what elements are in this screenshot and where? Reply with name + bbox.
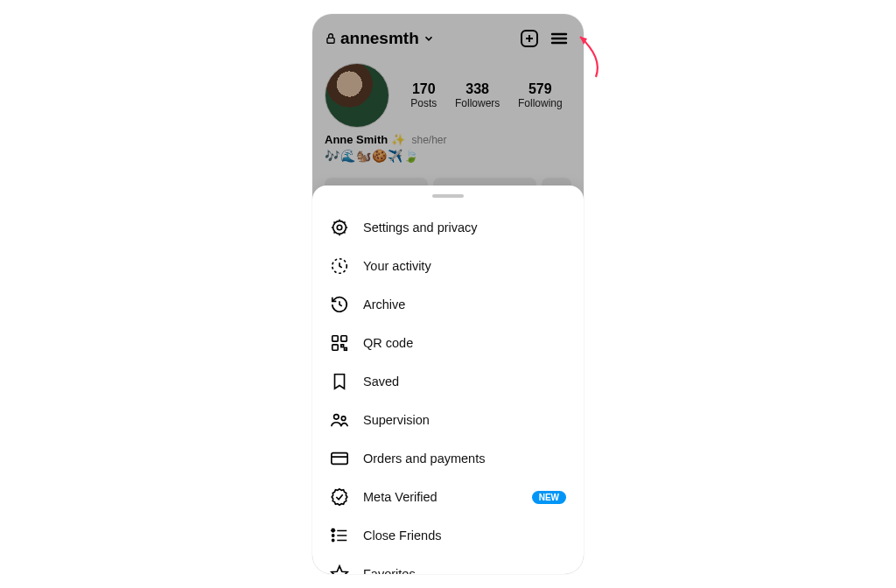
settings-menu-sheet: Settings and privacy Your activity Archi… <box>312 186 584 574</box>
archive-icon <box>330 295 349 314</box>
menu-label: Close Friends <box>363 528 566 542</box>
menu-qr-code[interactable]: QR code <box>312 324 584 362</box>
svg-rect-20 <box>332 453 347 465</box>
svg-rect-13 <box>332 336 338 341</box>
bookmark-icon <box>330 372 349 391</box>
menu-label: Your activity <box>363 259 566 273</box>
menu-supervision[interactable]: Supervision <box>312 401 584 439</box>
menu-label: QR code <box>363 336 566 350</box>
svg-point-11 <box>337 225 342 230</box>
menu-label: Favorites <box>363 567 566 574</box>
menu-settings-privacy[interactable]: Settings and privacy <box>312 208 584 247</box>
close-friends-list-icon <box>330 526 349 545</box>
menu-label: Settings and privacy <box>363 220 566 234</box>
new-badge: NEW <box>532 491 566 504</box>
menu-meta-verified[interactable]: Meta Verified NEW <box>312 478 584 516</box>
svg-rect-15 <box>332 345 338 350</box>
menu-close-friends[interactable]: Close Friends <box>312 516 584 555</box>
svg-rect-16 <box>341 345 344 347</box>
svg-point-19 <box>341 416 346 421</box>
svg-point-26 <box>332 535 334 536</box>
svg-marker-28 <box>332 566 347 574</box>
menu-label: Supervision <box>363 413 566 427</box>
menu-label: Archive <box>363 298 566 312</box>
menu-orders-payments[interactable]: Orders and payments <box>312 439 584 478</box>
svg-marker-25 <box>332 529 335 532</box>
svg-point-18 <box>334 415 340 420</box>
menu-label: Orders and payments <box>363 452 566 466</box>
gear-icon <box>330 218 349 237</box>
activity-clock-icon <box>330 256 349 276</box>
menu-your-activity[interactable]: Your activity <box>312 247 584 285</box>
menu-archive[interactable]: Archive <box>312 285 584 324</box>
svg-point-27 <box>332 539 334 541</box>
supervision-icon <box>330 410 349 430</box>
verified-badge-icon <box>330 487 349 507</box>
sheet-grabber[interactable] <box>432 194 464 198</box>
phone-frame: annesmth 170 Posts 338 Fol <box>312 14 584 574</box>
svg-rect-14 <box>341 336 346 341</box>
svg-rect-17 <box>345 348 347 351</box>
menu-favorites[interactable]: Favorites <box>312 555 584 574</box>
menu-label: Meta Verified <box>363 490 518 504</box>
svg-point-10 <box>333 221 346 234</box>
menu-label: Saved <box>363 374 566 388</box>
menu-saved[interactable]: Saved <box>312 362 584 401</box>
credit-card-icon <box>330 449 349 468</box>
star-icon <box>330 564 349 574</box>
qr-code-icon <box>330 333 349 353</box>
